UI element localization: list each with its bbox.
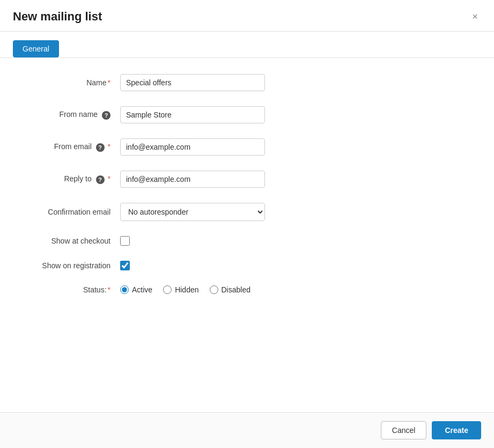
reply-to-required: * (108, 174, 110, 183)
status-active-radio[interactable] (120, 285, 129, 294)
name-row: Name* (13, 74, 481, 91)
confirmation-email-label: Confirmation email (13, 208, 120, 216)
status-required: * (108, 285, 110, 294)
status-hidden-option[interactable]: Hidden (163, 285, 198, 294)
modal-header: New mailing list × (0, 0, 494, 32)
status-disabled-radio[interactable] (210, 285, 218, 294)
show-on-registration-checkbox[interactable] (120, 261, 130, 270)
from-email-required: * (108, 142, 110, 151)
from-name-label: From name ? (13, 110, 120, 119)
status-active-option[interactable]: Active (120, 285, 152, 294)
reply-to-label: Reply to ? * (13, 174, 120, 183)
modal-body: Name* From name ? From email ? * Reply t… (0, 58, 494, 412)
from-name-input[interactable] (120, 106, 265, 123)
confirmation-email-row: Confirmation email No autoresponder (13, 203, 481, 221)
from-name-help-icon: ? (102, 111, 110, 120)
show-at-checkout-checkbox[interactable] (120, 236, 130, 246)
show-at-checkout-row: Show at checkout (13, 236, 481, 246)
show-on-registration-label: Show on registration (13, 261, 120, 270)
status-radio-group: Active Hidden Disabled (120, 285, 250, 294)
name-label: Name* (13, 78, 120, 87)
status-hidden-radio[interactable] (163, 285, 172, 294)
name-required: * (108, 78, 110, 87)
from-email-input[interactable] (120, 138, 265, 156)
show-at-checkout-label: Show at checkout (13, 237, 120, 245)
reply-to-row: Reply to ? * (13, 171, 481, 188)
cancel-button[interactable]: Cancel (381, 421, 427, 439)
status-disabled-option[interactable]: Disabled (210, 285, 250, 294)
confirmation-email-select[interactable]: No autoresponder (120, 203, 265, 221)
modal-tabs: General (0, 32, 494, 58)
new-mailing-list-modal: New mailing list × General Name* From na… (0, 0, 494, 448)
from-email-help-icon: ? (96, 143, 105, 152)
from-email-label: From email ? * (13, 142, 120, 151)
close-button[interactable]: × (469, 11, 481, 23)
status-hidden-label: Hidden (175, 285, 198, 294)
create-button[interactable]: Create (432, 421, 481, 439)
status-disabled-label: Disabled (222, 285, 250, 294)
modal-title: New mailing list (13, 10, 102, 24)
modal-footer: Cancel Create (0, 412, 494, 448)
show-on-registration-row: Show on registration (13, 261, 481, 270)
status-label: Status:* (13, 285, 120, 294)
from-email-row: From email ? * (13, 138, 481, 156)
name-input[interactable] (120, 74, 265, 91)
reply-to-input[interactable] (120, 171, 265, 188)
status-row: Status:* Active Hidden Disabled (13, 285, 481, 294)
status-active-label: Active (132, 285, 152, 294)
from-name-row: From name ? (13, 106, 481, 123)
tab-general[interactable]: General (13, 40, 59, 57)
reply-to-help-icon: ? (96, 175, 105, 184)
